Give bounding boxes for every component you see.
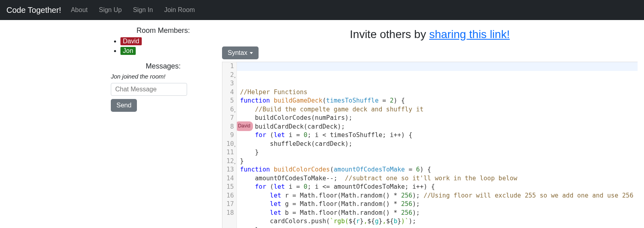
gutter-line: 13 bbox=[226, 165, 234, 174]
gutter-line: 16 bbox=[226, 192, 234, 200]
message-item: Jon joined the room! bbox=[111, 73, 216, 80]
code-editor[interactable]: 12▾3456▾78910▾1112▾131415161718 //Helper… bbox=[222, 62, 638, 228]
messages-list: Jon joined the room! bbox=[111, 73, 216, 80]
code-line[interactable]: } bbox=[240, 148, 638, 157]
send-button[interactable]: Send bbox=[111, 99, 137, 112]
code-line[interactable]: } bbox=[240, 157, 638, 166]
gutter-line: 17 bbox=[226, 200, 234, 209]
gutter-line: 9 bbox=[226, 131, 234, 140]
members-list: DavidJon bbox=[111, 37, 216, 55]
gutter-line: 4 bbox=[226, 88, 234, 97]
gutter-line: 11 bbox=[226, 148, 234, 157]
nav-link-joinroom[interactable]: Join Room bbox=[164, 6, 195, 14]
chat-input[interactable] bbox=[111, 83, 187, 96]
nav-link-about[interactable]: About bbox=[71, 6, 88, 14]
code-line[interactable]: buildColorCodes(numPairs); bbox=[240, 114, 638, 123]
syntax-dropdown-button[interactable]: Syntax bbox=[222, 46, 259, 59]
code-line[interactable]: function buildColorCodes(amountOfCodesTo… bbox=[240, 165, 638, 174]
invite-heading: Invite others by sharing this link! bbox=[222, 28, 638, 41]
main-area: Invite others by sharing this link! Synt… bbox=[219, 26, 644, 228]
code-line[interactable]: cardColors.push(`rgb(${r},${g},${b})`); bbox=[240, 217, 638, 226]
gutter-line: 15 bbox=[226, 183, 234, 192]
invite-prefix: Invite others by bbox=[350, 28, 429, 40]
chevron-down-icon bbox=[250, 52, 253, 54]
messages-heading: Messages: bbox=[111, 62, 216, 71]
fold-toggle-icon[interactable]: ▾ bbox=[234, 108, 236, 117]
code-line[interactable]: for (let i = 0; i <= amountOfCodesToMake… bbox=[240, 183, 638, 192]
code-line[interactable]: amountOfCodesToMake--; //subtract one so… bbox=[240, 174, 638, 183]
code-line[interactable]: let b = Math.floor(Math.random() * 256); bbox=[240, 209, 638, 218]
code-line[interactable]: function buildGameDeck(timesToShuffle = … bbox=[240, 97, 638, 105]
code-line[interactable]: } bbox=[240, 226, 638, 228]
gutter-line: 7 bbox=[226, 114, 234, 123]
nav-link-signup[interactable]: Sign Up bbox=[99, 6, 122, 14]
code-line[interactable]: let g = Math.floor(Math.random() * 256); bbox=[240, 200, 638, 209]
code-line[interactable]: //Helper Functions bbox=[240, 88, 638, 97]
navbar-brand[interactable]: Code Together! bbox=[6, 6, 61, 15]
member-item: Jon bbox=[120, 47, 216, 55]
member-item: David bbox=[120, 37, 216, 45]
code-line[interactable]: //Build the compelte game deck and shuff… bbox=[240, 105, 638, 114]
gutter-line: 5 bbox=[226, 97, 234, 105]
gutter-line: 1 bbox=[226, 62, 234, 71]
members-heading: Room Members: bbox=[111, 26, 216, 35]
member-badge: David bbox=[120, 37, 142, 45]
sidebar: Room Members: DavidJon Messages: Jon joi… bbox=[104, 26, 219, 228]
code-line[interactable]: for (let i = 0; i < timesToShuffle; i++)… bbox=[240, 131, 638, 140]
gutter-line: 10▾ bbox=[226, 140, 234, 149]
gutter-line: 2▾ bbox=[226, 71, 234, 80]
gutter-line: 14 bbox=[226, 174, 234, 183]
navbar: Code Together! About Sign Up Sign In Joi… bbox=[0, 0, 644, 20]
fold-toggle-icon[interactable]: ▾ bbox=[234, 142, 236, 151]
code-line[interactable]: shuffleDeck(cardDeck); bbox=[240, 140, 638, 149]
editor-gutter: 12▾3456▾78910▾1112▾131415161718 bbox=[222, 62, 237, 228]
active-line-highlight bbox=[237, 62, 638, 71]
gutter-line: 3 bbox=[226, 79, 234, 88]
fold-toggle-icon[interactable]: ▾ bbox=[234, 159, 236, 168]
remote-cursor-badge: David bbox=[237, 121, 253, 131]
member-badge: Jon bbox=[120, 47, 136, 55]
gutter-line: 18 bbox=[226, 209, 234, 218]
gutter-line: 8 bbox=[226, 123, 234, 131]
nav-link-signin[interactable]: Sign In bbox=[133, 6, 153, 14]
syntax-label: Syntax bbox=[228, 49, 247, 56]
gutter-line: 6▾ bbox=[226, 105, 234, 114]
code-line[interactable]: let r = Math.floor(Math.random() * 256);… bbox=[240, 192, 638, 200]
fold-toggle-icon[interactable]: ▾ bbox=[234, 73, 236, 82]
gutter-line: 12▾ bbox=[226, 157, 234, 166]
editor-code[interactable]: //Helper Functionsfunction buildGameDeck… bbox=[237, 62, 638, 228]
invite-link[interactable]: sharing this link! bbox=[429, 28, 510, 40]
code-line[interactable]: buildCardDeck(cardDeck); bbox=[240, 123, 638, 131]
